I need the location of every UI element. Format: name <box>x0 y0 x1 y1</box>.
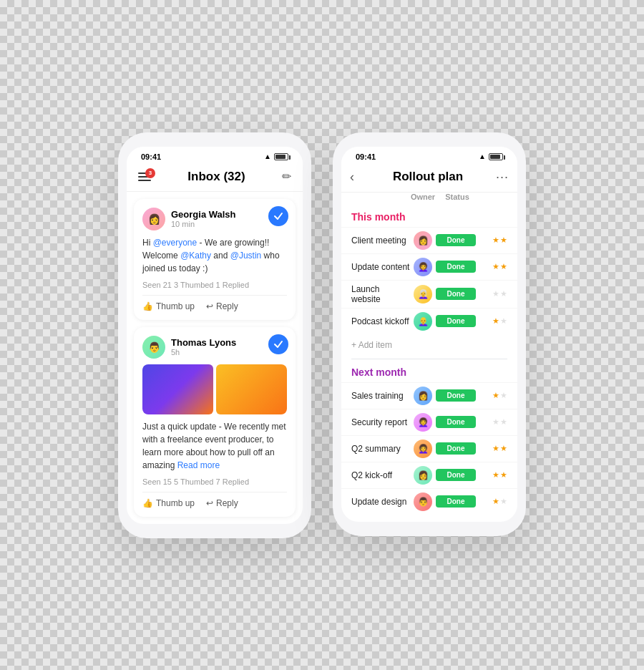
time-display: 09:41 <box>141 152 161 161</box>
owner-cell: 👩‍🦱 <box>410 258 436 276</box>
table-row: Q2 summary 👩‍🦱 Done ★ ★ <box>341 435 517 462</box>
avatar: 👩‍🦱 <box>414 440 432 458</box>
table-row: Q2 kick-off 👩 Done ★ ★ <box>341 462 517 488</box>
more-options-button[interactable]: ··· <box>496 170 509 185</box>
rollout-title: Rollout plan <box>360 170 496 184</box>
table-row: Update design 👨 Done ★ ★ <box>341 488 517 515</box>
task-name: Q2 kick-off <box>351 470 410 480</box>
thumb-up-button-1[interactable]: 👍 Thumb up <box>142 301 195 311</box>
table-row: Client meeting 👩 Done ★ ★ <box>341 227 517 253</box>
star-1[interactable]: ★ <box>492 289 499 298</box>
star-2[interactable]: ★ <box>500 417 507 427</box>
status-cell: Done <box>436 442 479 455</box>
table-header: Owner Status <box>341 193 517 204</box>
status-cell: Done <box>436 389 479 402</box>
checkmark-icon-2 <box>273 339 283 349</box>
notification-badge: 3 <box>145 168 155 178</box>
owner-cell: 👩‍🦳 <box>410 285 436 304</box>
avatar: 👩‍🦳 <box>414 285 432 304</box>
add-item-this-month[interactable]: + Add item <box>341 334 517 356</box>
star-1[interactable]: ★ <box>492 316 499 326</box>
star-1[interactable]: ★ <box>492 470 499 480</box>
star-1[interactable]: ★ <box>492 391 499 400</box>
post-images-2 <box>142 364 287 414</box>
avatar-georgia: 👩 <box>142 208 165 230</box>
status-cell: Done <box>436 469 479 481</box>
rating-cell: ★ ★ <box>479 262 507 271</box>
star-1[interactable]: ★ <box>492 444 499 453</box>
post-stats-2: Seen 15 5 Thumbed 7 Replied <box>142 477 287 486</box>
check-button-2[interactable] <box>268 334 288 354</box>
star-2[interactable]: ★ <box>500 497 507 506</box>
reply-button-2[interactable]: ↩ Reply <box>206 498 238 508</box>
avatar: 👨 <box>414 492 432 511</box>
task-name: Launch website <box>351 284 410 304</box>
this-month-section-label: This month <box>341 204 517 227</box>
owner-cell: 👩 <box>410 466 436 485</box>
avatar: 👩 <box>414 231 432 250</box>
reply-label-1: Reply <box>216 301 238 311</box>
rating-cell: ★ ★ <box>479 391 507 400</box>
rollout-phone: 09:41 ▲ ‹ Rollout plan ··· Owner Status <box>333 132 526 536</box>
compose-button[interactable]: ✏ <box>282 170 291 183</box>
task-name: Sales training <box>351 391 410 401</box>
star-2[interactable]: ★ <box>500 262 507 271</box>
star-2[interactable]: ★ <box>500 444 507 453</box>
avatar-face-2: 👨 <box>142 336 165 359</box>
post-header-1: 👩 Georgia Walsh 10 min <box>142 208 287 230</box>
check-button-1[interactable] <box>268 206 288 226</box>
star-1[interactable]: ★ <box>492 497 499 506</box>
avatar-face-1: 👩 <box>142 208 165 230</box>
star-2[interactable]: ★ <box>500 391 507 400</box>
post-actions-1: 👍 Thumb up ↩ Reply <box>142 295 287 311</box>
reply-button-1[interactable]: ↩ Reply <box>206 301 238 311</box>
menu-button[interactable]: 3 <box>138 173 151 181</box>
status-cell: Done <box>436 234 479 246</box>
star-2[interactable]: ★ <box>500 470 507 480</box>
owner-cell: 👨 <box>410 492 436 511</box>
status-badge: Done <box>436 315 476 327</box>
status-cell: Done <box>436 261 479 273</box>
avatar: 👩‍🦲 <box>414 312 432 331</box>
rollout-phone-inner: 09:41 ▲ ‹ Rollout plan ··· Owner Status <box>341 147 517 522</box>
star-1[interactable]: ★ <box>492 417 499 427</box>
back-button[interactable]: ‹ <box>350 170 354 185</box>
post-actions-2: 👍 Thumb up ↩ Reply <box>142 492 287 508</box>
star-2[interactable]: ★ <box>500 236 507 245</box>
status-badge: Done <box>436 469 476 481</box>
thumb-up-button-2[interactable]: 👍 Thumb up <box>142 498 195 508</box>
status-badge: Done <box>436 495 476 508</box>
post-text-1: Hi @everyone - We are growing!! Welcome … <box>142 236 287 275</box>
star-1[interactable]: ★ <box>492 262 499 271</box>
mention-kathy: @Kathy <box>180 251 211 261</box>
col-header-status: Status <box>436 193 479 201</box>
owner-cell: 👩‍🦲 <box>410 312 436 331</box>
col-header-owner: Owner <box>410 193 436 201</box>
status-badge: Done <box>436 442 476 455</box>
task-name: Update design <box>351 497 410 507</box>
inbox-title: Inbox (32) <box>187 170 245 184</box>
table-row: Podcast kickoff 👩‍🦲 Done ★ ★ <box>341 308 517 334</box>
task-name: Client meeting <box>351 236 410 246</box>
star-1[interactable]: ★ <box>492 236 499 245</box>
next-month-section-label: Next month <box>341 359 517 382</box>
rating-cell: ★ ★ <box>479 417 507 427</box>
inbox-phone: 09:41 ▲ 3 Inbox (32) ✏ <box>118 132 311 538</box>
phones-container: 09:41 ▲ 3 Inbox (32) ✏ <box>118 132 526 538</box>
rating-cell: ★ ★ <box>479 497 507 506</box>
star-2[interactable]: ★ <box>500 289 507 298</box>
read-more-link[interactable]: Read more <box>177 460 220 470</box>
owner-cell: 👩‍🦱 <box>410 440 436 458</box>
star-2[interactable]: ★ <box>500 316 507 326</box>
task-name: Q2 summary <box>351 444 410 454</box>
rating-cell: ★ ★ <box>479 444 507 453</box>
battery-icon <box>274 153 288 160</box>
avatar: 👩‍🦱 <box>414 258 432 276</box>
owner-cell: 👩‍🦱 <box>410 413 436 432</box>
avatar: 👩 <box>414 466 432 485</box>
post-image-1 <box>142 364 213 414</box>
rating-cell: ★ ★ <box>479 470 507 480</box>
post-text-2: Just a quick update - We recently met wi… <box>142 420 287 472</box>
owner-cell: 👩 <box>410 387 436 405</box>
owner-cell: 👩 <box>410 231 436 250</box>
